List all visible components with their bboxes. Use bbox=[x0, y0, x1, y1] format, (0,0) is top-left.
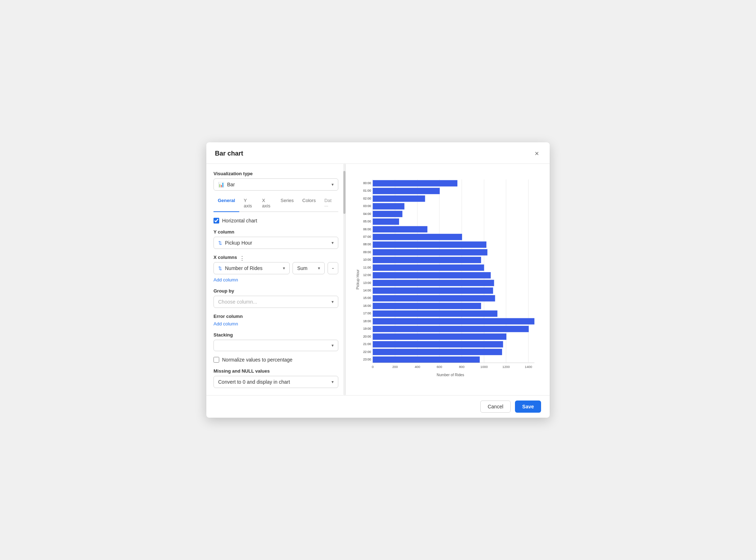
modal-body: Visualization type 📊 Bar ▾ General Y axi… bbox=[206, 164, 550, 395]
x-column-row: ⇅ Number of Rides ▾ Sum ▾ - bbox=[213, 262, 338, 274]
label-07: 07:00 bbox=[363, 235, 371, 239]
label-00: 00:00 bbox=[363, 181, 371, 185]
modal-title: Bar chart bbox=[215, 150, 243, 157]
remove-x-column-button[interactable]: - bbox=[328, 262, 338, 274]
label-08: 08:00 bbox=[363, 242, 371, 246]
y-column-section: Y column ⇅ Pickup Hour ▾ bbox=[213, 229, 338, 249]
error-column-label: Error column bbox=[213, 314, 338, 319]
bar-05 bbox=[373, 218, 399, 225]
y-column-select[interactable]: ⇅ Pickup Hour ▾ bbox=[213, 237, 338, 249]
horizontal-chart-label: Horizontal chart bbox=[222, 218, 257, 223]
scrollbar-thumb[interactable] bbox=[343, 171, 345, 214]
close-button[interactable]: × bbox=[532, 149, 541, 158]
label-22: 22:00 bbox=[363, 350, 371, 354]
tab-general[interactable]: General bbox=[213, 195, 239, 212]
label-09: 09:00 bbox=[363, 250, 371, 254]
x-columns-section: X columns ⋮ ⇅ Number of Rides ▾ Sum ▾ - … bbox=[213, 255, 338, 283]
stacking-label: Stacking bbox=[213, 332, 338, 338]
bar-17 bbox=[373, 310, 497, 317]
bar-chart-modal: Bar chart × Visualization type 📊 Bar ▾ G… bbox=[206, 142, 550, 418]
group-by-chevron-icon: ▾ bbox=[332, 299, 334, 304]
bar-07 bbox=[373, 234, 462, 240]
missing-null-label: Missing and NULL values bbox=[213, 368, 338, 374]
x-tick-1400: 1400 bbox=[525, 365, 532, 369]
left-panel: Visualization type 📊 Bar ▾ General Y axi… bbox=[206, 164, 346, 395]
x-column-chevron-icon: ▾ bbox=[283, 266, 285, 271]
normalize-checkbox[interactable] bbox=[213, 357, 219, 363]
cancel-button[interactable]: Cancel bbox=[480, 401, 511, 413]
y-axis-label: Pickup Hour bbox=[356, 269, 360, 289]
x-columns-header: X columns ⋮ bbox=[213, 255, 338, 262]
x-tick-200: 200 bbox=[392, 365, 398, 369]
bar-00 bbox=[373, 180, 457, 187]
stacking-chevron-icon: ▾ bbox=[332, 343, 334, 348]
visualization-type-select[interactable]: 📊 Bar ▾ bbox=[213, 178, 338, 191]
tab-colors[interactable]: Colors bbox=[298, 195, 320, 212]
label-18: 18:00 bbox=[363, 319, 371, 323]
label-20: 20:00 bbox=[363, 335, 371, 338]
bar-23 bbox=[373, 357, 480, 363]
bar-16 bbox=[373, 303, 481, 309]
error-column-section: Error column Add column bbox=[213, 314, 338, 326]
bar-18 bbox=[373, 318, 534, 325]
tab-more[interactable]: Dat ··· bbox=[320, 195, 338, 212]
label-23: 23:00 bbox=[363, 358, 371, 361]
bar-12 bbox=[373, 272, 491, 279]
tab-yaxis[interactable]: Y axis bbox=[239, 195, 257, 212]
normalize-label: Normalize values to percentage bbox=[222, 357, 293, 363]
bar-22 bbox=[373, 349, 502, 355]
normalize-row: Normalize values to percentage bbox=[213, 357, 338, 363]
x-column-select[interactable]: ⇅ Number of Rides ▾ bbox=[213, 262, 290, 274]
x-axis-label: Number of Rides bbox=[437, 373, 464, 377]
x-tick-600: 600 bbox=[437, 365, 442, 369]
agg-chevron-icon: ▾ bbox=[318, 266, 320, 271]
stacking-select[interactable]: ▾ bbox=[213, 340, 338, 351]
visualization-type-section: Visualization type 📊 Bar ▾ bbox=[213, 171, 338, 191]
label-04: 04:00 bbox=[363, 212, 371, 216]
x-tick-0: 0 bbox=[372, 365, 374, 369]
save-button[interactable]: Save bbox=[515, 401, 541, 413]
group-by-label: Group by bbox=[213, 288, 338, 294]
bar-04 bbox=[373, 211, 402, 217]
chevron-down-icon: ▾ bbox=[332, 182, 334, 187]
tab-bar: General Y axis X axis Series Colors Dat … bbox=[213, 195, 338, 212]
x-columns-dots-icon[interactable]: ⋮ bbox=[239, 255, 245, 262]
bar-chart-svg: Pickup Hour 0 200 400 bbox=[354, 171, 541, 388]
tab-series[interactable]: Series bbox=[276, 195, 298, 212]
bar-02 bbox=[373, 196, 425, 202]
bar-11 bbox=[373, 265, 484, 271]
add-x-column-link[interactable]: Add column bbox=[213, 277, 338, 283]
x-columns-label: X columns bbox=[213, 255, 237, 260]
label-03: 03:00 bbox=[363, 204, 371, 208]
bar-19 bbox=[373, 326, 529, 332]
x-tick-400: 400 bbox=[414, 365, 420, 369]
tab-xaxis[interactable]: X axis bbox=[258, 195, 276, 212]
bar-03 bbox=[373, 203, 404, 210]
label-14: 14:00 bbox=[363, 289, 371, 292]
label-06: 06:00 bbox=[363, 227, 371, 231]
modal-footer: Cancel Save bbox=[206, 395, 550, 418]
bar-21 bbox=[373, 341, 503, 348]
chart-container: Pickup Hour 0 200 400 bbox=[354, 171, 541, 388]
label-16: 16:00 bbox=[363, 304, 371, 308]
add-error-column-link[interactable]: Add column bbox=[213, 321, 338, 326]
horizontal-chart-row: Horizontal chart bbox=[213, 218, 338, 223]
label-10: 10:00 bbox=[363, 258, 371, 261]
missing-null-select[interactable]: Convert to 0 and display in chart ▾ bbox=[213, 376, 338, 388]
group-by-placeholder: Choose column... bbox=[218, 299, 257, 305]
group-by-select[interactable]: Choose column... ▾ bbox=[213, 296, 338, 308]
group-by-section: Group by Choose column... ▾ bbox=[213, 288, 338, 308]
bar-14 bbox=[373, 288, 493, 294]
x-column-agg-select[interactable]: Sum ▾ bbox=[293, 262, 325, 274]
bar-08 bbox=[373, 241, 486, 248]
x-tick-800: 800 bbox=[459, 365, 465, 369]
label-12: 12:00 bbox=[363, 273, 371, 277]
bar-10 bbox=[373, 257, 481, 263]
bar-06 bbox=[373, 226, 427, 232]
modal-header: Bar chart × bbox=[206, 142, 550, 164]
bar-20 bbox=[373, 334, 506, 340]
y-column-icon: ⇅ bbox=[218, 240, 222, 246]
label-19: 19:00 bbox=[363, 327, 371, 330]
stacking-section: Stacking ▾ bbox=[213, 332, 338, 351]
horizontal-chart-checkbox[interactable] bbox=[213, 218, 219, 223]
